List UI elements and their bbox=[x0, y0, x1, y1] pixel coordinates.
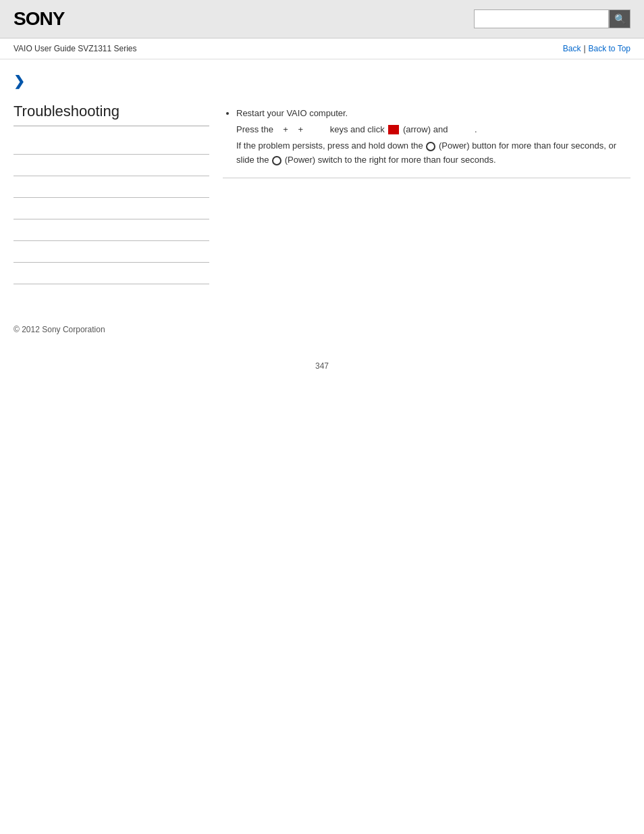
back-to-top-link[interactable]: Back to Top bbox=[589, 44, 630, 53]
list-item[interactable] bbox=[14, 241, 209, 263]
search-button[interactable]: 🔍 bbox=[609, 9, 630, 28]
sidebar-link[interactable] bbox=[14, 185, 16, 194]
power-icon bbox=[426, 142, 435, 151]
nav-separator: | bbox=[583, 44, 585, 53]
back-link[interactable]: Back bbox=[563, 44, 581, 53]
list-item[interactable] bbox=[14, 133, 209, 155]
section-title: Troubleshooting bbox=[14, 103, 209, 126]
step-line-1: Press the + + keys and click (arrow) and… bbox=[236, 123, 630, 137]
search-input[interactable] bbox=[474, 9, 609, 28]
footer: © 2012 Sony Corporation bbox=[0, 311, 644, 348]
sidebar-links bbox=[14, 133, 209, 284]
list-item[interactable] bbox=[14, 176, 209, 198]
copyright-text: © 2012 Sony Corporation bbox=[14, 325, 105, 334]
nav-links: Back | Back to Top bbox=[563, 44, 630, 53]
step-end bbox=[450, 124, 475, 134]
search-area: 🔍 bbox=[474, 9, 630, 28]
sidebar-link[interactable] bbox=[14, 228, 16, 238]
sony-logo: SONY bbox=[14, 8, 64, 30]
breadcrumb-arrow: ❯ bbox=[14, 73, 209, 89]
content-divider bbox=[223, 178, 630, 178]
bullet-text: Restart your VAIO computer. bbox=[236, 108, 348, 118]
sidebar-link[interactable] bbox=[14, 207, 16, 216]
sidebar-link[interactable] bbox=[14, 271, 16, 281]
power-text-1: (Power) button for more than four bbox=[439, 140, 568, 151]
main-content: ❯ Troubleshooting Restart your VAIO comp… bbox=[0, 59, 644, 298]
list-item[interactable] bbox=[14, 263, 209, 284]
content-area: Restart your VAIO computer. Press the + … bbox=[223, 73, 630, 284]
nav-bar: VAIO User Guide SVZ1311 Series Back | Ba… bbox=[0, 38, 644, 59]
sidebar-link[interactable] bbox=[14, 250, 16, 259]
power-text-2: (Power) switch to the right for more tha… bbox=[285, 155, 496, 165]
search-icon: 🔍 bbox=[614, 14, 626, 24]
list-item[interactable] bbox=[14, 219, 209, 241]
page-header: SONY 🔍 bbox=[0, 0, 644, 38]
sidebar-link[interactable] bbox=[14, 163, 16, 173]
power-icon-2 bbox=[272, 156, 281, 165]
content-list: Restart your VAIO computer. Press the + … bbox=[223, 107, 630, 167]
page-number: 347 bbox=[0, 348, 644, 384]
step-line-2: If the problem persists, press and hold … bbox=[236, 139, 630, 167]
arrow-label: (arrow) and bbox=[403, 124, 448, 134]
sidebar-link[interactable] bbox=[14, 142, 16, 151]
list-item[interactable] bbox=[14, 155, 209, 176]
sidebar: ❯ Troubleshooting bbox=[14, 73, 209, 284]
arrow-icon bbox=[388, 125, 399, 134]
step-text-block: Press the + + keys and click (arrow) and… bbox=[236, 123, 630, 167]
guide-title: VAIO User Guide SVZ1311 Series bbox=[14, 44, 137, 53]
list-item[interactable] bbox=[14, 198, 209, 219]
content-list-item: Restart your VAIO computer. Press the + … bbox=[236, 107, 630, 167]
